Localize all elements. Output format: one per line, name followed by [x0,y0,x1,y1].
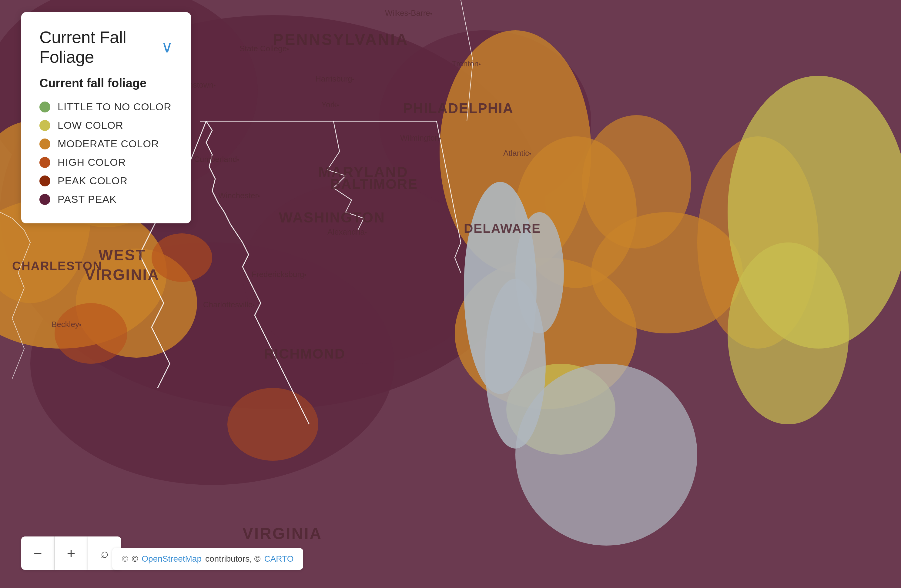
attribution-copyright-icon: © [122,554,128,564]
attribution-bar: © © OpenStreetMap contributors, © CARTO [112,548,303,570]
legend-items: LITTLE TO NO COLOR LOW COLOR MODERATE CO… [39,101,173,205]
zoom-out-button[interactable]: − [21,537,55,570]
dot-high-color [39,157,50,168]
zoom-in-button[interactable]: + [55,537,88,570]
legend-item-low-color: LOW COLOR [39,120,173,131]
svg-point-23 [151,233,212,282]
dot-little-no-color [39,101,50,112]
label-past-peak: PAST PEAK [58,193,117,205]
legend-item-high-color: HIGH COLOR [39,156,173,168]
legend-item-little-no-color: LITTLE TO NO COLOR [39,101,173,113]
attribution-separator: contributors, © [205,554,260,564]
svg-point-25 [228,388,318,461]
osm-link[interactable]: OpenStreetMap [142,554,202,564]
carto-link[interactable]: CARTO [264,554,293,564]
svg-point-5 [243,182,485,364]
dot-low-color [39,120,50,131]
label-low-color: LOW COLOR [58,120,123,131]
svg-point-21 [515,212,564,333]
legend-subtitle: Current fall foliage [39,76,173,90]
svg-point-17 [728,243,849,424]
dot-peak-color [39,176,50,187]
plus-icon: + [67,545,75,562]
attribution-text: © [132,554,138,564]
label-moderate-color: MODERATE COLOR [58,138,159,150]
legend-item-moderate-color: MODERATE COLOR [39,138,173,150]
label-high-color: HIGH COLOR [58,156,126,168]
map-container: PENNSYLVANIA MARYLAND WESTVIRGINIA DELAW… [0,0,901,588]
label-peak-color: PEAK COLOR [58,175,128,187]
legend-item-peak-color: PEAK COLOR [39,175,173,187]
map-controls: − + ⌕ [21,537,121,570]
legend-panel: Current Fall Foliage ∨ Current fall foli… [21,12,191,223]
minus-icon: − [33,545,42,562]
legend-item-past-peak: PAST PEAK [39,193,173,205]
chevron-down-icon[interactable]: ∨ [161,39,173,55]
label-little-no-color: LITTLE TO NO COLOR [58,101,171,113]
svg-point-22 [515,364,697,546]
legend-title-row: Current Fall Foliage ∨ [39,27,173,67]
legend-title: Current Fall Foliage [39,27,161,67]
dot-past-peak [39,194,50,205]
search-icon: ⌕ [101,546,109,561]
svg-point-24 [55,303,127,364]
dot-moderate-color [39,138,50,149]
